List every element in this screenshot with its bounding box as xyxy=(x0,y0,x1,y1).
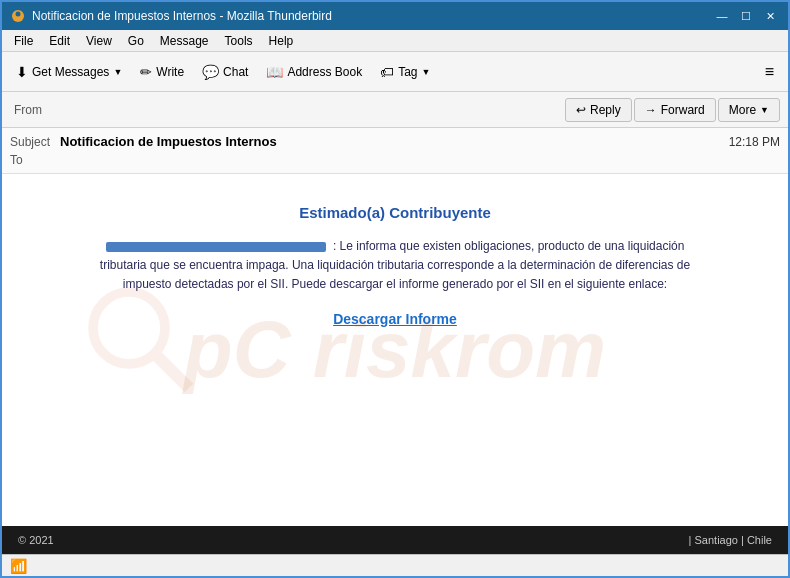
address-book-icon: 📖 xyxy=(266,64,283,80)
forward-label: Forward xyxy=(661,103,705,117)
subject-label: Subject xyxy=(10,135,60,149)
forward-button[interactable]: → Forward xyxy=(634,98,716,122)
reply-label: Reply xyxy=(590,103,621,117)
email-footer: © 2021 | Santiago | Chile xyxy=(2,526,788,554)
title-bar: Notificacion de Impuestos Internos - Moz… xyxy=(2,2,788,30)
menu-message[interactable]: Message xyxy=(152,32,217,50)
email-heading: Estimado(a) Contribuyente xyxy=(82,204,708,221)
email-content: pC riskrom Estimado(a) Contribuyente : L… xyxy=(2,174,788,526)
app-icon xyxy=(10,8,26,24)
to-label: To xyxy=(10,153,60,167)
menu-view[interactable]: View xyxy=(78,32,120,50)
email-body: Estimado(a) Contribuyente : Le informa q… xyxy=(2,174,788,357)
window-controls: — ☐ ✕ xyxy=(712,6,780,26)
write-icon: ✏ xyxy=(140,64,152,80)
menu-file[interactable]: File xyxy=(6,32,41,50)
reply-icon: ↩ xyxy=(576,103,586,117)
more-dropdown-icon: ▼ xyxy=(760,105,769,115)
get-messages-icon: ⬇ xyxy=(16,64,28,80)
menu-bar: File Edit View Go Message Tools Help xyxy=(2,30,788,52)
write-button[interactable]: ✏ Write xyxy=(132,60,192,84)
more-label: More xyxy=(729,103,756,117)
from-label: From xyxy=(10,103,42,117)
status-icon: 📶 xyxy=(10,558,27,574)
menu-tools[interactable]: Tools xyxy=(217,32,261,50)
menu-go[interactable]: Go xyxy=(120,32,152,50)
get-messages-label: Get Messages xyxy=(32,65,109,79)
tag-icon: 🏷 xyxy=(380,64,394,80)
footer-copyright: © 2021 xyxy=(18,534,54,546)
menu-edit[interactable]: Edit xyxy=(41,32,78,50)
email-time: 12:18 PM xyxy=(729,135,780,149)
to-row: To xyxy=(10,151,780,169)
tag-label: Tag xyxy=(398,65,417,79)
header-fields: Subject Notificacion de Impuestos Intern… xyxy=(2,128,788,174)
svg-point-1 xyxy=(16,12,21,17)
chat-label: Chat xyxy=(223,65,248,79)
hamburger-button[interactable]: ≡ xyxy=(757,59,782,85)
forward-icon: → xyxy=(645,103,657,117)
close-button[interactable]: ✕ xyxy=(760,6,780,26)
window-title: Notificacion de Impuestos Internos - Moz… xyxy=(32,9,712,23)
tag-dropdown-icon: ▼ xyxy=(422,67,431,77)
email-paragraph: : Le informa que existen obligaciones, p… xyxy=(82,237,708,295)
address-book-label: Address Book xyxy=(287,65,362,79)
more-button[interactable]: More ▼ xyxy=(718,98,780,122)
reply-button[interactable]: ↩ Reply xyxy=(565,98,632,122)
svg-line-3 xyxy=(155,354,189,388)
menu-help[interactable]: Help xyxy=(261,32,302,50)
chat-icon: 💬 xyxy=(202,64,219,80)
main-window: Notificacion de Impuestos Internos - Moz… xyxy=(2,2,788,576)
toolbar: ⬇ Get Messages ▼ ✏ Write 💬 Chat 📖 Addres… xyxy=(2,52,788,92)
get-messages-button[interactable]: ⬇ Get Messages ▼ xyxy=(8,60,130,84)
action-bar: From ↩ Reply → Forward More ▼ xyxy=(2,92,788,128)
footer-location: | Santiago | Chile xyxy=(689,534,772,546)
address-book-button[interactable]: 📖 Address Book xyxy=(258,60,370,84)
action-buttons: ↩ Reply → Forward More ▼ xyxy=(565,98,780,122)
write-label: Write xyxy=(156,65,184,79)
tag-button[interactable]: 🏷 Tag ▼ xyxy=(372,60,438,84)
status-bar: 📶 xyxy=(2,554,788,576)
minimize-button[interactable]: — xyxy=(712,6,732,26)
subject-row: Subject Notificacion de Impuestos Intern… xyxy=(10,132,780,151)
descargar-informe-link[interactable]: Descargar Informe xyxy=(333,311,457,327)
subject-value: Notificacion de Impuestos Internos xyxy=(60,134,277,149)
maximize-button[interactable]: ☐ xyxy=(736,6,756,26)
get-messages-dropdown-icon: ▼ xyxy=(113,67,122,77)
chat-button[interactable]: 💬 Chat xyxy=(194,60,256,84)
redacted-sender xyxy=(106,242,326,252)
